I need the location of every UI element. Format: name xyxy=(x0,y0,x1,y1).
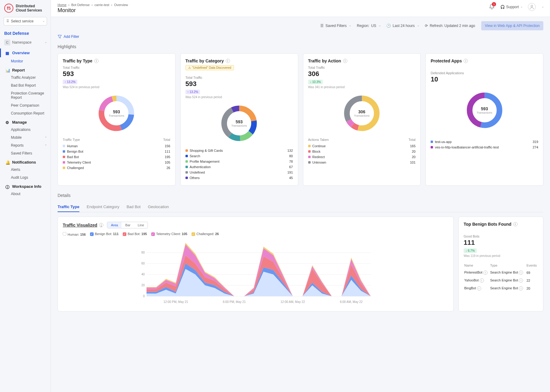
series-legend-item[interactable]: Human: 156 xyxy=(63,232,86,236)
funnel-icon xyxy=(58,35,62,39)
legend-value: 195 xyxy=(165,155,170,159)
legend-row: Others45 xyxy=(185,175,293,181)
tab-traffic-type[interactable]: Traffic Type xyxy=(58,202,79,212)
add-filter-link[interactable]: Add Filter xyxy=(64,35,79,39)
nav-item-monitor[interactable]: Monitor xyxy=(0,57,51,65)
prev-period-text: Was 119 in previous period xyxy=(464,254,538,257)
highlights-heading: Highlights xyxy=(58,44,543,49)
nav-item-bad-bot-report[interactable]: Bad Bot Report xyxy=(0,81,51,89)
time-range-dropdown[interactable]: 🕒 Last 24 hours › xyxy=(386,24,419,28)
legend-header-left: Actions Taken xyxy=(308,138,329,141)
info-icon[interactable]: i xyxy=(226,59,230,63)
view-in-waap-button[interactable]: View in Web App & API Protection xyxy=(481,21,543,30)
legend-label: Bad Bot xyxy=(67,155,79,159)
nav-item-saved-filters[interactable]: Saved Filters xyxy=(0,149,51,157)
nav-item-peer-comparison[interactable]: Peer Comparison xyxy=(0,101,51,109)
series-label: Challenged: xyxy=(196,232,214,236)
donut-chart: 306Transactions xyxy=(308,94,416,133)
info-icon[interactable]: i xyxy=(94,59,98,63)
delta-badge: ↑ 13.2% xyxy=(63,80,77,84)
color-swatch xyxy=(308,145,311,147)
series-label: Human: xyxy=(68,233,79,236)
chart-toggle-area[interactable]: Area xyxy=(107,222,122,228)
metric-label: Good Bots xyxy=(464,234,538,238)
info-icon[interactable]: i xyxy=(477,286,481,291)
service-select[interactable]: ⠿ Select service › xyxy=(4,17,47,25)
info-icon[interactable]: i xyxy=(343,59,347,63)
legend-value: 26 xyxy=(167,166,170,170)
nav-item-traffic-analyzer[interactable]: Traffic Analyzer xyxy=(0,74,51,81)
bot-events: 20 xyxy=(527,285,538,292)
nav-item-about[interactable]: About xyxy=(0,190,51,198)
info-icon[interactable]: i xyxy=(480,278,484,283)
nav-item-applications[interactable]: Applications xyxy=(0,126,51,134)
metric-value: 10 xyxy=(431,75,538,83)
info-icon[interactable]: i xyxy=(513,222,518,226)
tab-endpoint-category[interactable]: Endpoint Category xyxy=(87,202,119,212)
checkbox-checked-icon: ✓ xyxy=(192,232,195,236)
warning-text: "Undefined" Data Discovered xyxy=(192,66,231,69)
info-icon[interactable]: i xyxy=(99,223,103,227)
nav-group-workspace-info[interactable]: ⓘWorkspace Info xyxy=(0,181,51,190)
table-header: Name xyxy=(464,262,490,268)
series-legend-item[interactable]: ✓Bad Bot: 195 xyxy=(123,232,147,236)
tab-bad-bot[interactable]: Bad Bot xyxy=(127,202,141,212)
series-legend-item[interactable]: ✓Benign Bot: 111 xyxy=(90,232,118,236)
saved-filters-dropdown[interactable]: ☰ Saved Filters › xyxy=(320,24,351,28)
notifications-button[interactable]: 1 xyxy=(489,3,495,11)
legend-label: test-us-app xyxy=(435,140,452,144)
time-range-label: Last 24 hours xyxy=(393,24,415,28)
legend-label: Shopping & Gift Cards xyxy=(190,149,223,152)
details-tabs: Traffic TypeEndpoint CategoryBad BotGeol… xyxy=(58,202,543,212)
info-icon[interactable]: i xyxy=(519,271,523,275)
region-dropdown[interactable]: Region: US › xyxy=(357,24,380,28)
legend-value: 111 xyxy=(165,150,170,153)
nav-group-manage[interactable]: ⚙Manage xyxy=(0,117,51,126)
user-menu[interactable] xyxy=(528,3,536,11)
info-icon[interactable]: i xyxy=(483,271,488,275)
support-dropdown[interactable]: 🎧 Support › xyxy=(500,5,522,9)
table-row: BingBot iSearch Engine Bot i20 xyxy=(464,285,538,292)
namespace-selector[interactable]: C Namespace › xyxy=(0,38,51,48)
metric-label: Total Traffic xyxy=(185,76,293,79)
color-swatch xyxy=(63,150,65,153)
nav-item-alerts[interactable]: Alerts xyxy=(0,166,51,174)
series-legend-item[interactable]: ✓Telemetry Client: 105 xyxy=(151,232,187,236)
chart-type-toggle: AreaBarLine xyxy=(107,222,148,228)
legend-label: Unknown xyxy=(312,161,326,164)
chart-toggle-bar[interactable]: Bar xyxy=(122,222,134,228)
legend-value: 165 xyxy=(410,144,415,148)
nav-item-mobile[interactable]: Mobile› xyxy=(0,134,51,141)
info-icon[interactable]: i xyxy=(519,286,523,291)
donut-center-t: Transactions xyxy=(109,114,124,117)
table-header: Events xyxy=(527,262,538,268)
nav-group-report[interactable]: 📊Report xyxy=(0,65,51,74)
nav-item-protection-coverage-report[interactable]: Protection Coverage Report xyxy=(0,89,51,101)
info-icon[interactable]: i xyxy=(464,59,468,63)
svg-text:60: 60 xyxy=(141,262,145,265)
nav-item-audit-logs[interactable]: Audit Logs xyxy=(0,174,51,181)
legend-row: Search80 xyxy=(185,153,293,159)
bot-events: 22 xyxy=(527,277,538,284)
region-label: Region: xyxy=(357,24,369,28)
svg-text:20: 20 xyxy=(141,284,145,287)
prev-period-text: Was 524 in previous period xyxy=(185,95,293,99)
bot-type: Search Engine Bot i xyxy=(490,277,526,284)
series-legend-item[interactable]: ✓Challenged: 26 xyxy=(192,232,219,236)
chart-toggle-line[interactable]: Line xyxy=(134,222,148,228)
nav-group-notifications[interactable]: 🔔Notifications xyxy=(0,157,51,166)
nav-item-consumption-report[interactable]: Consumption Report xyxy=(0,109,51,117)
legend-value: 274 xyxy=(533,145,538,149)
bot-name: YahooBot i xyxy=(464,277,490,284)
nav-item-reports[interactable]: Reports› xyxy=(0,141,51,149)
breadcrumb-link[interactable]: Home xyxy=(58,3,66,7)
color-swatch xyxy=(308,150,311,153)
info-icon[interactable]: i xyxy=(519,278,523,283)
tab-geolocation[interactable]: Geolocation xyxy=(148,202,169,212)
refresh-button[interactable]: ⟳ Refresh: Updated 2 min ago xyxy=(425,24,475,28)
donut-chart: 593Transactions xyxy=(431,91,538,130)
donut-center-t: Transactions xyxy=(477,111,492,114)
nav-group-overview[interactable]: ▦Overview xyxy=(0,48,51,57)
legend-label: Others xyxy=(190,176,200,180)
grid-icon: ⠿ xyxy=(6,19,9,23)
